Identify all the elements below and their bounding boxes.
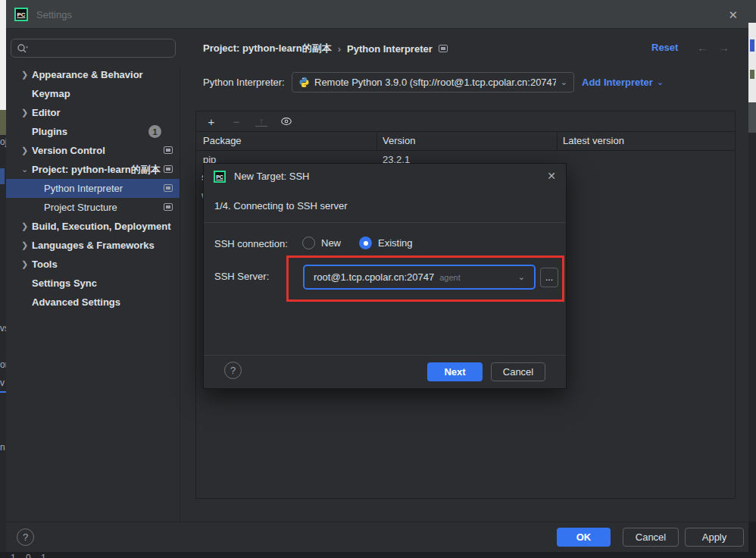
dialog-cancel-button[interactable]: Cancel <box>491 362 545 381</box>
add-package-button[interactable]: + <box>205 115 217 127</box>
packages-toolbar: + − ↑ <box>196 111 735 132</box>
window-title: Settings <box>36 9 72 20</box>
interpreter-dropdown[interactable]: Remote Python 3.9.0 (sftp://root@1.tcp.c… <box>292 72 574 92</box>
next-button[interactable]: Next <box>427 362 483 381</box>
help-icon[interactable]: ? <box>17 528 34 546</box>
sidebar-item-settings-sync[interactable]: Settings Sync <box>6 274 180 293</box>
ssh-server-label: SSH Server: <box>214 271 269 282</box>
sidebar-item-project-structure[interactable]: Project Structure <box>6 198 180 217</box>
new-target-ssh-dialog: PC New Target: SSH ✕ 1/4. Connecting to … <box>203 163 567 389</box>
chevron-down-icon[interactable]: ⌄ <box>21 165 30 174</box>
column-header-version[interactable]: Version <box>383 135 415 146</box>
breadcrumb: Project: python-learn的副本 › Python Interp… <box>203 42 448 55</box>
column-divider <box>557 132 558 151</box>
background-text-fragment: oj <box>0 136 6 147</box>
background-status-text: 1 0 1 <box>0 552 756 558</box>
background-artifact <box>0 168 5 184</box>
background-artifact <box>0 0 6 110</box>
ssh-connection-radio-group: New Existing <box>302 237 413 249</box>
radio-existing[interactable]: Existing <box>359 237 413 249</box>
dialog-title: New Target: SSH <box>234 171 309 182</box>
python-icon <box>298 77 310 88</box>
background-text-fragment: n <box>0 442 6 453</box>
background-text-fragment: v <box>0 378 6 388</box>
monitor-icon <box>439 45 448 52</box>
sidebar-item-advanced-settings[interactable]: Advanced Settings <box>6 293 180 312</box>
sidebar-item-plugins[interactable]: Plugins 1 <box>6 122 180 141</box>
chevron-right-icon[interactable]: ❯ <box>21 146 30 155</box>
help-icon[interactable]: ? <box>224 362 242 379</box>
column-header-package[interactable]: Package <box>203 135 242 146</box>
remove-package-button[interactable]: − <box>230 115 242 127</box>
wizard-step-label: 1/4. Connecting to SSH server <box>214 200 348 212</box>
cancel-button[interactable]: Cancel <box>623 528 679 547</box>
pycharm-logo-icon: PC <box>214 171 226 183</box>
chevron-right-icon[interactable]: ❯ <box>21 221 30 231</box>
sidebar-item-version-control[interactable]: ❯ Version Control <box>6 141 180 160</box>
sidebar-item-python-interpreter[interactable]: Python Interpreter <box>6 179 180 198</box>
background-artifact: oj vs or v n <box>0 135 6 552</box>
sidebar-item-languages-frameworks[interactable]: ❯ Languages & Frameworks <box>6 236 180 255</box>
chevron-down-icon: ⌄ <box>657 77 664 87</box>
add-interpreter-link[interactable]: Add Interpreter ⌄ <box>582 77 664 88</box>
pycharm-logo-icon: PC <box>14 8 28 21</box>
column-header-latest-version[interactable]: Latest version <box>563 135 624 146</box>
background-artifact <box>750 70 754 79</box>
interpreter-value: Remote Python 3.9.0 (sftp://root@1.tcp.c… <box>314 77 556 88</box>
settings-search-box[interactable] <box>11 39 176 58</box>
background-artifact <box>748 23 756 102</box>
sidebar-item-appearance-behavior[interactable]: ❯ Appearance & Behavior <box>6 65 180 84</box>
background-artifact <box>748 133 756 522</box>
reset-link[interactable]: Reset <box>651 42 678 53</box>
ssh-connection-label: SSH connection: <box>214 238 288 249</box>
search-input[interactable] <box>30 42 152 54</box>
radio-unselected-icon[interactable] <box>302 237 315 249</box>
monitor-icon <box>164 184 173 192</box>
sidebar-item-project[interactable]: ⌄ Project: python-learn的副本 <box>6 160 180 179</box>
monitor-icon <box>164 203 173 211</box>
sidebar-item-keymap[interactable]: Keymap <box>6 84 180 103</box>
chevron-down-icon: ⌄ <box>561 77 567 87</box>
search-icon <box>17 43 29 54</box>
radio-selected-icon[interactable] <box>359 237 372 249</box>
packages-table-header: Package Version Latest version <box>196 132 735 151</box>
background-artifact <box>0 110 6 135</box>
column-divider <box>376 132 377 151</box>
chevron-right-icon[interactable]: ❯ <box>21 108 30 118</box>
divider <box>204 355 566 356</box>
breadcrumb-page[interactable]: Python Interpreter <box>347 43 433 55</box>
background-artifact <box>748 0 756 23</box>
ok-button[interactable]: OK <box>557 528 611 547</box>
window-titlebar[interactable]: PC Settings ✕ <box>6 0 748 29</box>
dialog-titlebar[interactable]: PC New Target: SSH ✕ <box>204 164 566 190</box>
chevron-right-icon[interactable]: ❯ <box>21 259 30 269</box>
chevron-right-icon[interactable]: ❯ <box>21 240 30 250</box>
close-icon[interactable]: ✕ <box>547 170 556 182</box>
close-icon[interactable]: ✕ <box>728 8 738 22</box>
monitor-icon <box>164 146 173 154</box>
screen: oj vs or v n 1 0 1 PC Settings ✕ <box>0 0 756 558</box>
eye-icon[interactable] <box>280 115 292 127</box>
breadcrumb-separator-icon: › <box>338 43 341 55</box>
monitor-icon <box>164 165 173 173</box>
background-text-fragment: or <box>0 359 6 370</box>
radio-new[interactable]: New <box>302 237 341 249</box>
breadcrumb-project[interactable]: Project: python-learn的副本 <box>203 42 332 55</box>
chevron-right-icon[interactable]: ❯ <box>21 70 30 80</box>
divider <box>204 222 566 223</box>
settings-footer: ? OK Cancel Apply <box>6 522 748 552</box>
sidebar-item-tools[interactable]: ❯ Tools <box>6 255 180 274</box>
settings-sidebar: ❯ Appearance & Behavior Keymap ❯ Editor … <box>6 65 180 522</box>
highlight-annotation-box <box>286 255 564 302</box>
background-text-fragment: vs <box>0 323 6 334</box>
apply-button[interactable]: Apply <box>685 528 744 547</box>
forward-arrow-icon[interactable]: → <box>718 41 729 54</box>
background-artifact <box>0 391 6 393</box>
interpreter-label: Python Interpreter: <box>203 77 285 88</box>
sidebar-item-build-execution-deployment[interactable]: ❯ Build, Execution, Deployment <box>6 217 180 236</box>
upgrade-package-button[interactable]: ↑ <box>255 116 267 127</box>
back-arrow-icon[interactable]: ← <box>697 41 708 54</box>
sidebar-item-editor[interactable]: ❯ Editor <box>6 103 180 122</box>
background-artifact <box>750 39 754 52</box>
background-artifact <box>748 102 756 133</box>
